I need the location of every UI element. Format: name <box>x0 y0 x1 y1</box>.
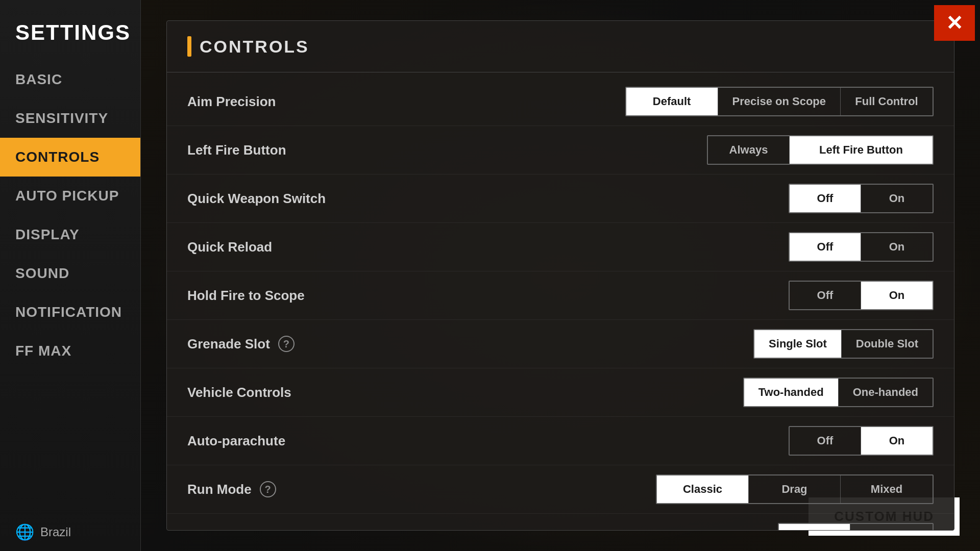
setting-row-quick-weapon-switch: Quick Weapon SwitchOffOn <box>167 174 954 223</box>
sidebar-item-display[interactable]: DISPLAY <box>0 215 140 254</box>
options-group-vehicle-controls: Two-handedOne-handed <box>743 378 934 407</box>
option-grenade-slot-single-slot[interactable]: Single Slot <box>754 330 842 358</box>
option-run-mode-drag[interactable]: Drag <box>749 475 841 503</box>
setting-row-run-mode: Run Mode?ClassicDragMixed <box>167 465 954 514</box>
options-group-quick-weapon-switch: OffOn <box>789 184 934 213</box>
setting-label-quick-weapon-switch: Quick Weapon Switch <box>187 191 789 207</box>
close-icon: ✕ <box>946 13 963 33</box>
setting-row-auto-parachute: Auto-parachuteOffOn <box>167 417 954 465</box>
option-grenade-slot-double-slot[interactable]: Double Slot <box>842 330 933 358</box>
option-hold-fire-to-scope-on[interactable]: On <box>861 282 933 309</box>
setting-label-hold-fire-to-scope: Hold Fire to Scope <box>187 288 789 304</box>
sidebar-footer: 🌐 Brazil <box>0 513 140 551</box>
option-quick-reload-on[interactable]: On <box>861 233 933 261</box>
option-in-game-tips-default[interactable]: Default <box>779 524 850 531</box>
sidebar-item-ff-max[interactable]: FF MAX <box>0 332 140 370</box>
options-group-quick-reload: OffOn <box>789 232 934 262</box>
option-quick-weapon-switch-on[interactable]: On <box>861 185 933 212</box>
setting-label-quick-reload: Quick Reload <box>187 239 789 255</box>
globe-icon: 🌐 <box>15 523 34 541</box>
setting-row-left-fire-button: Left Fire ButtonAlwaysLeft Fire Button <box>167 126 954 174</box>
options-group-aim-precision: DefaultPrecise on ScopeFull Control <box>625 87 934 116</box>
option-left-fire-button-always[interactable]: Always <box>708 136 790 164</box>
option-aim-precision-precise-on-scope[interactable]: Precise on Scope <box>718 88 841 115</box>
sidebar-nav: BASICSENSITIVITYCONTROLSAUTO PICKUPDISPL… <box>0 60 140 513</box>
setting-row-quick-reload: Quick ReloadOffOn <box>167 223 954 271</box>
close-button[interactable]: ✕ <box>934 5 975 41</box>
option-hold-fire-to-scope-off[interactable]: Off <box>790 282 861 309</box>
options-group-auto-parachute: OffOn <box>789 426 934 456</box>
setting-row-hold-fire-to-scope: Hold Fire to ScopeOffOn <box>167 271 954 320</box>
sidebar-item-sound[interactable]: SOUND <box>0 254 140 293</box>
sidebar-item-auto-pickup[interactable]: AUTO PICKUP <box>0 177 140 215</box>
option-auto-parachute-off[interactable]: Off <box>790 427 861 455</box>
options-group-left-fire-button: AlwaysLeft Fire Button <box>707 135 934 165</box>
sidebar-item-notification[interactable]: NOTIFICATION <box>0 293 140 332</box>
setting-label-aim-precision: Aim Precision <box>187 94 625 110</box>
option-quick-weapon-switch-off[interactable]: Off <box>790 185 861 212</box>
settings-body: Aim PrecisionDefaultPrecise on ScopeFull… <box>167 72 954 531</box>
option-in-game-tips-simplified[interactable]: Simplified <box>850 524 933 531</box>
sidebar: SETTINGS BASICSENSITIVITYCONTROLSAUTO PI… <box>0 0 141 551</box>
panel-title: CONTROLS <box>200 37 309 57</box>
option-left-fire-button-left-fire-button[interactable]: Left Fire Button <box>790 136 933 164</box>
options-group-grenade-slot: Single SlotDouble Slot <box>753 329 934 359</box>
option-run-mode-classic[interactable]: Classic <box>657 475 749 503</box>
option-aim-precision-default[interactable]: Default <box>626 88 718 115</box>
sidebar-item-basic[interactable]: BASIC <box>0 60 140 99</box>
options-group-hold-fire-to-scope: OffOn <box>789 281 934 310</box>
option-auto-parachute-on[interactable]: On <box>861 427 933 455</box>
options-group-in-game-tips: DefaultSimplified <box>778 523 934 531</box>
options-group-run-mode: ClassicDragMixed <box>656 474 934 504</box>
option-aim-precision-full-control[interactable]: Full Control <box>841 88 933 115</box>
setting-label-vehicle-controls: Vehicle Controls <box>187 385 743 400</box>
sidebar-item-controls[interactable]: CONTROLS <box>0 138 140 177</box>
region-label: Brazil <box>40 525 71 539</box>
setting-label-in-game-tips: In-game tips <box>187 530 778 531</box>
settings-panel: CONTROLS Aim PrecisionDefaultPrecise on … <box>166 20 954 531</box>
header-accent-bar <box>187 36 191 57</box>
setting-row-aim-precision: Aim PrecisionDefaultPrecise on ScopeFull… <box>167 78 954 126</box>
setting-row-grenade-slot: Grenade Slot?Single SlotDouble Slot <box>167 320 954 368</box>
option-quick-reload-off[interactable]: Off <box>790 233 861 261</box>
setting-label-left-fire-button: Left Fire Button <box>187 142 707 158</box>
option-run-mode-mixed[interactable]: Mixed <box>841 475 933 503</box>
sidebar-item-sensitivity[interactable]: SENSITIVITY <box>0 99 140 138</box>
help-icon-grenade-slot[interactable]: ? <box>278 336 295 352</box>
main-content: ✕ CONTROLS Aim PrecisionDefaultPrecise o… <box>141 0 980 551</box>
help-icon-run-mode[interactable]: ? <box>260 481 276 497</box>
setting-label-auto-parachute: Auto-parachute <box>187 433 789 449</box>
setting-label-grenade-slot: Grenade Slot? <box>187 336 753 352</box>
setting-row-vehicle-controls: Vehicle ControlsTwo-handedOne-handed <box>167 368 954 417</box>
option-vehicle-controls-one-handed[interactable]: One-handed <box>839 379 933 406</box>
app-title: SETTINGS <box>0 10 140 60</box>
setting-label-run-mode: Run Mode? <box>187 481 656 497</box>
panel-header: CONTROLS <box>167 21 954 72</box>
option-vehicle-controls-two-handed[interactable]: Two-handed <box>744 379 839 406</box>
setting-row-in-game-tips: In-game tipsDefaultSimplified <box>167 514 954 531</box>
